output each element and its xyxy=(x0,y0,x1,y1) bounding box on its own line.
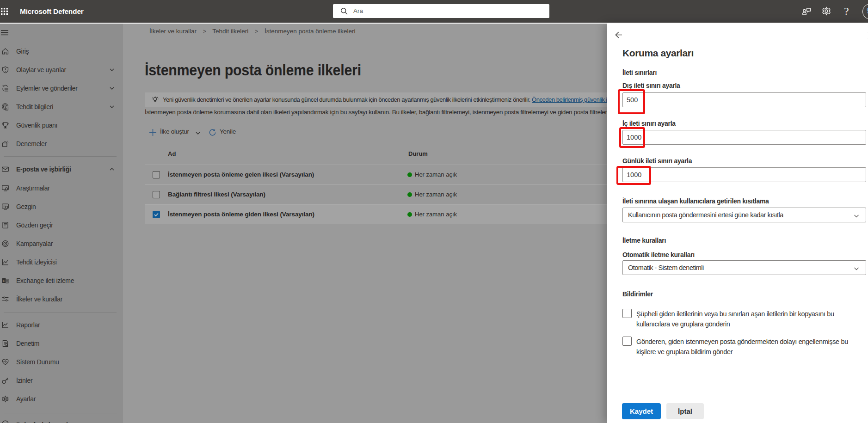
svg-text:E: E xyxy=(3,279,5,283)
